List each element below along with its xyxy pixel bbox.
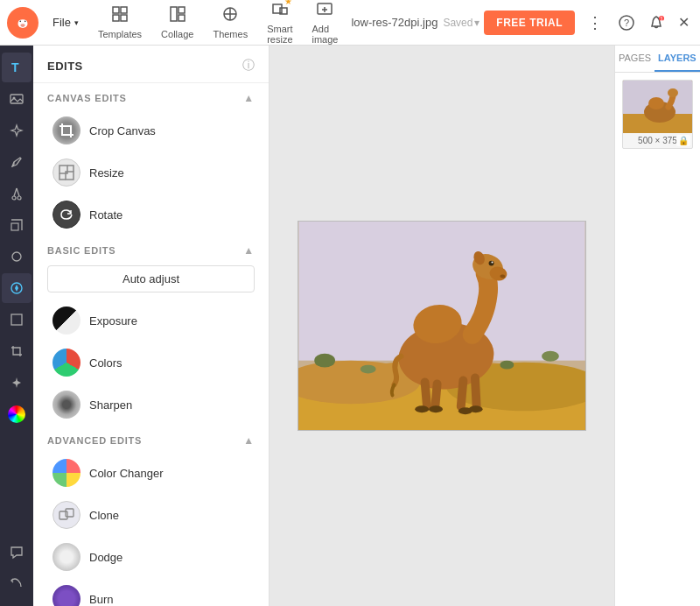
svg-rect-13 (178, 15, 185, 21)
svg-text:1: 1 (660, 15, 664, 23)
iconbar-effects[interactable] (2, 116, 32, 145)
toolbar-right: FREE TRIAL ⋮ ? 1 ✕ (484, 10, 693, 36)
clone-item[interactable]: Clone (38, 495, 263, 535)
dodge-icon (52, 543, 80, 571)
canvas-area[interactable] (270, 46, 614, 606)
edits-panel: EDITS ⓘ CANVAS EDITS ▲ Crop Canvas Resiz… (33, 46, 270, 606)
page-thumb-image (623, 81, 693, 133)
svg-point-65 (668, 88, 678, 97)
svg-rect-11 (171, 7, 177, 21)
svg-point-42 (542, 351, 559, 362)
toolbar-collage[interactable]: Collage (152, 2, 202, 43)
svg-rect-7 (113, 7, 119, 13)
exposure-item[interactable]: Exposure (38, 300, 263, 341)
collage-icon (169, 5, 186, 27)
iconbar-shapes[interactable] (2, 242, 32, 271)
resize-label: Resize (89, 166, 124, 180)
close-button[interactable]: ✕ (675, 11, 693, 34)
color-changer-icon (52, 459, 80, 487)
svg-rect-9 (113, 15, 119, 21)
iconbar-rainbow[interactable] (2, 399, 32, 429)
svg-rect-34 (60, 511, 67, 519)
svg-point-41 (314, 354, 335, 368)
app-logo[interactable] (7, 7, 38, 39)
help-button[interactable]: ? (615, 11, 638, 34)
advanced-edits-chevron: ▲ (243, 434, 255, 447)
iconbar-fx[interactable] (2, 368, 32, 398)
icon-bar: T (0, 46, 33, 606)
sharpen-label: Sharpen (89, 398, 132, 412)
iconbar-mask[interactable] (2, 305, 32, 335)
canvas-image[interactable] (298, 221, 586, 431)
themes-icon (221, 5, 239, 27)
basic-edits-chevron: ▲ (243, 244, 255, 257)
iconbar-draw[interactable] (2, 147, 32, 177)
sharpen-icon (52, 391, 80, 419)
svg-rect-12 (178, 7, 185, 13)
crop-canvas-item[interactable]: Crop Canvas (38, 110, 263, 151)
advanced-edits-section[interactable]: ADVANCED EDITS ▲ (33, 426, 269, 452)
panel-info-icon[interactable]: ⓘ (242, 58, 255, 74)
colors-item[interactable]: Colors (38, 342, 263, 383)
svg-rect-23 (10, 95, 23, 103)
toolbar-add-image[interactable]: Add image (304, 0, 347, 48)
toolbar-themes[interactable]: Themes (204, 2, 256, 43)
iconbar-transform[interactable] (2, 210, 32, 240)
iconbar-crop[interactable] (2, 336, 32, 366)
lock-icon: 🔒 (676, 135, 690, 146)
resize-item[interactable]: Resize (38, 152, 263, 193)
toolbar-templates[interactable]: Templates (89, 2, 150, 43)
iconbar-cut[interactable] (2, 179, 32, 208)
svg-point-50 (489, 261, 494, 266)
panel-header: EDITS ⓘ (33, 46, 269, 83)
tab-layers[interactable]: LAYERS (654, 46, 700, 72)
svg-rect-8 (121, 7, 127, 13)
svg-point-43 (500, 361, 514, 370)
basic-edits-section[interactable]: BASIC EDITS ▲ (33, 236, 269, 262)
iconbar-undo[interactable] (2, 569, 32, 599)
svg-rect-35 (66, 509, 74, 517)
rotate-item[interactable]: Rotate (38, 194, 263, 235)
colors-icon (52, 349, 80, 377)
svg-text:T: T (11, 60, 19, 74)
iconbar-text[interactable]: T (2, 53, 32, 82)
svg-point-28 (12, 252, 21, 261)
auto-adjust-button[interactable]: Auto adjust (47, 265, 255, 292)
right-panel: PAGES LAYERS ✕ 🔒 500 × 375 (614, 46, 700, 606)
svg-point-26 (18, 196, 21, 200)
notifications-button[interactable]: 1 (645, 11, 668, 34)
burn-item[interactable]: Burn (38, 579, 263, 606)
rotate-label: Rotate (89, 208, 122, 222)
main-layout: T (0, 46, 700, 606)
tab-pages[interactable]: PAGES (615, 46, 654, 72)
burn-icon (52, 585, 80, 606)
svg-point-58 (469, 405, 483, 412)
svg-text:?: ? (624, 18, 629, 28)
canvas-edits-section[interactable]: CANVAS EDITS ▲ (33, 83, 269, 109)
toolbar: File ▾ Templates Collage Themes ★ (0, 0, 700, 46)
iconbar-chat[interactable] (2, 538, 32, 567)
page-thumbnail[interactable]: 🔒 500 × 375 (622, 80, 693, 149)
svg-point-59 (415, 405, 429, 412)
right-panel-tabs: PAGES LAYERS ✕ (615, 46, 700, 73)
exposure-icon (52, 307, 80, 335)
toolbar-smart-resize[interactable]: ★ Smart resize (258, 0, 301, 48)
sharpen-item[interactable]: Sharpen (38, 384, 263, 425)
svg-point-51 (492, 262, 494, 264)
file-menu[interactable]: File ▾ (46, 12, 86, 32)
color-changer-label: Color Changer (89, 467, 164, 480)
more-options-button[interactable]: ⋮ (582, 10, 608, 36)
svg-point-6 (20, 24, 25, 26)
panel-title: EDITS (47, 60, 83, 73)
iconbar-image[interactable] (2, 84, 32, 114)
svg-point-44 (360, 365, 376, 374)
dodge-label: Dodge (89, 551, 122, 564)
color-changer-item[interactable]: Color Changer (38, 453, 263, 493)
svg-point-4 (19, 20, 21, 22)
svg-rect-30 (11, 314, 22, 325)
svg-point-5 (24, 20, 26, 22)
dodge-item[interactable]: Dodge (38, 537, 263, 577)
iconbar-adjust[interactable] (2, 273, 32, 303)
resize-icon (52, 159, 80, 187)
free-trial-button[interactable]: FREE TRIAL (484, 11, 575, 35)
